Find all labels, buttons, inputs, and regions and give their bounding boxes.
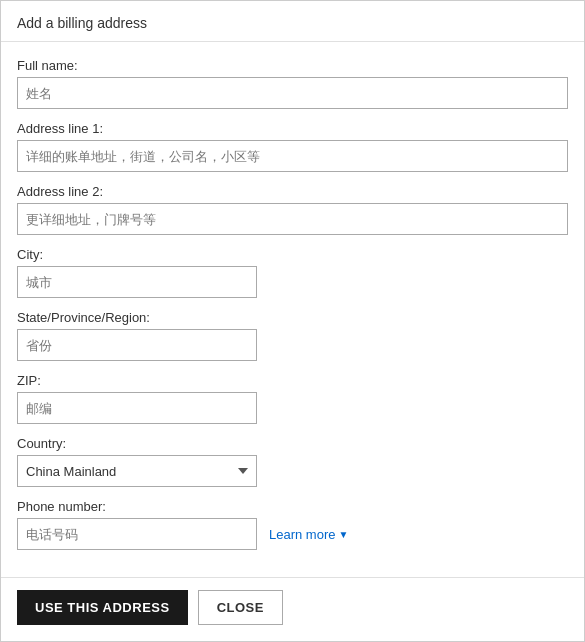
city-group: City:	[17, 247, 568, 298]
address1-label: Address line 1:	[17, 121, 568, 136]
learn-more-arrow-icon: ▼	[338, 529, 348, 540]
phone-group: Phone number: Learn more ▼	[17, 499, 568, 550]
billing-address-modal: Add a billing address Full name: Address…	[0, 0, 585, 642]
modal-body: Full name: Address line 1: Address line …	[1, 42, 584, 577]
phone-label: Phone number:	[17, 499, 568, 514]
full-name-input[interactable]	[17, 77, 568, 109]
modal-title: Add a billing address	[17, 15, 568, 31]
state-group: State/Province/Region:	[17, 310, 568, 361]
modal-header: Add a billing address	[1, 1, 584, 42]
country-label: Country:	[17, 436, 568, 451]
city-label: City:	[17, 247, 568, 262]
address2-group: Address line 2:	[17, 184, 568, 235]
zip-label: ZIP:	[17, 373, 568, 388]
address2-label: Address line 2:	[17, 184, 568, 199]
zip-input[interactable]	[17, 392, 257, 424]
country-group: Country: China Mainland United States Un…	[17, 436, 568, 487]
full-name-group: Full name:	[17, 58, 568, 109]
use-this-address-button[interactable]: USE THIS ADDRESS	[17, 590, 188, 625]
close-button[interactable]: CLOSE	[198, 590, 283, 625]
zip-group: ZIP:	[17, 373, 568, 424]
state-input[interactable]	[17, 329, 257, 361]
address1-group: Address line 1:	[17, 121, 568, 172]
learn-more-link[interactable]: Learn more ▼	[269, 527, 348, 542]
learn-more-label: Learn more	[269, 527, 335, 542]
full-name-label: Full name:	[17, 58, 568, 73]
phone-row: Learn more ▼	[17, 518, 568, 550]
state-label: State/Province/Region:	[17, 310, 568, 325]
city-input[interactable]	[17, 266, 257, 298]
address1-input[interactable]	[17, 140, 568, 172]
address2-input[interactable]	[17, 203, 568, 235]
phone-input[interactable]	[17, 518, 257, 550]
modal-footer: USE THIS ADDRESS CLOSE	[1, 577, 584, 641]
country-select[interactable]: China Mainland United States United King…	[17, 455, 257, 487]
